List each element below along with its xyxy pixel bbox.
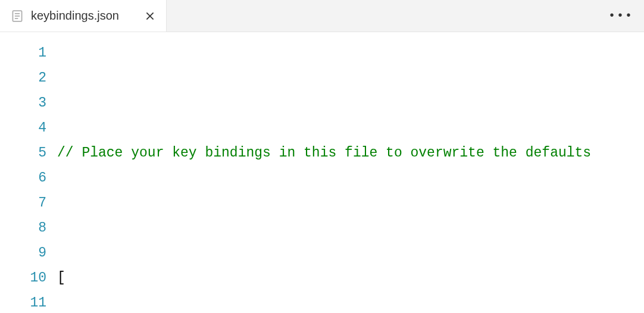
code-line: [ — [57, 265, 644, 290]
code-area[interactable]: // Place your key bindings in this file … — [57, 32, 644, 313]
line-number: 11 — [0, 290, 46, 313]
close-icon[interactable] — [142, 8, 158, 24]
code-line: // Place your key bindings in this file … — [57, 140, 644, 165]
tab-bar: keybindings.json ••• — [0, 0, 644, 32]
code-editor[interactable]: 1 2 3 4 5 6 7 8 9 10 11 // Place your ke… — [0, 32, 644, 313]
tab-keybindings[interactable]: keybindings.json — [0, 0, 167, 32]
line-number: 5 — [0, 140, 46, 165]
line-number: 9 — [0, 240, 46, 265]
bracket-open: [ — [57, 270, 65, 286]
line-number: 2 — [0, 65, 46, 90]
line-number: 1 — [0, 40, 46, 65]
comment-token: // Place your key bindings in this file … — [57, 145, 591, 161]
tab-overflow-menu[interactable]: ••• — [605, 0, 637, 32]
file-icon — [11, 10, 24, 23]
line-number-gutter: 1 2 3 4 5 6 7 8 9 10 11 — [0, 32, 57, 313]
line-number: 6 — [0, 165, 46, 190]
line-number: 10 — [0, 265, 46, 290]
line-number: 4 — [0, 115, 46, 140]
line-number: 3 — [0, 90, 46, 115]
tab-label: keybindings.json — [31, 9, 135, 23]
line-number: 7 — [0, 190, 46, 215]
line-number: 8 — [0, 215, 46, 240]
